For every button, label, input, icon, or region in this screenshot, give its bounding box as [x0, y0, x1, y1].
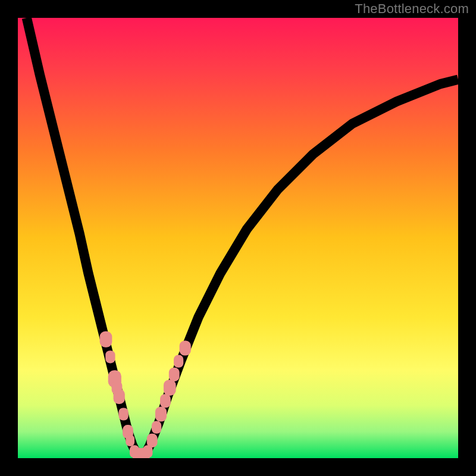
- svg-rect-0: [18, 18, 458, 458]
- background-gradient: [18, 18, 458, 458]
- plot-area: [18, 18, 458, 458]
- watermark-text: TheBottleneck.com: [355, 1, 469, 17]
- chart-frame: TheBottleneck.com: [0, 0, 476, 476]
